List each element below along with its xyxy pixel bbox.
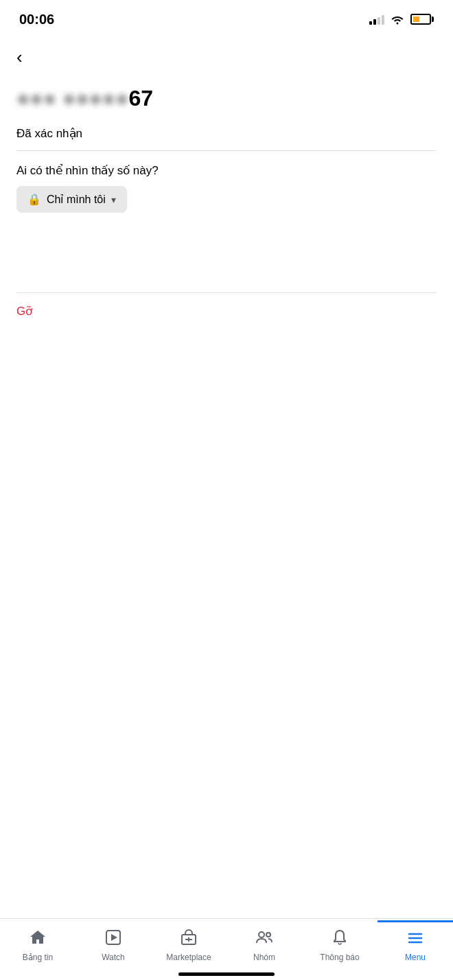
verified-status: Đã xác nhận — [0, 124, 453, 150]
signal-icon — [369, 14, 384, 25]
bottom-nav: Bảng tin Watch Marketplace — [0, 918, 453, 980]
home-indicator — [178, 972, 275, 976]
phone-clear: 67 — [129, 86, 154, 111]
nav-item-nhom[interactable]: Nhóm — [226, 928, 302, 962]
status-bar: 00:06 — [0, 0, 453, 36]
lock-icon: 🔒 — [27, 193, 41, 206]
menu-icon — [406, 928, 425, 950]
nav-label-thong-bao: Thông báo — [320, 953, 359, 962]
nav-item-marketplace[interactable]: Marketplace — [151, 928, 226, 962]
svg-marker-1 — [111, 934, 117, 941]
visibility-section: Ai có thể nhìn thấy số này? 🔒 Chỉ mình t… — [0, 151, 453, 225]
remove-section: Gỡ — [0, 280, 453, 342]
nav-item-bang-tin[interactable]: Bảng tin — [0, 928, 76, 962]
groups-icon — [255, 928, 274, 950]
svg-point-6 — [266, 933, 270, 937]
nav-label-watch: Watch — [102, 953, 125, 962]
nav-label-bang-tin: Bảng tin — [23, 953, 53, 962]
visibility-dropdown[interactable]: 🔒 Chỉ mình tôi ▾ — [16, 186, 127, 213]
watch-icon — [104, 928, 123, 950]
nav-label-menu: Menu — [405, 953, 426, 962]
visibility-question: Ai có thể nhìn thấy số này? — [16, 163, 437, 178]
wifi-icon — [390, 14, 405, 25]
battery-icon — [410, 14, 434, 25]
nav-item-watch[interactable]: Watch — [76, 928, 151, 962]
status-icons — [369, 14, 434, 25]
visibility-option-text: Chỉ mình tôi — [47, 193, 106, 206]
nav-label-nhom: Nhóm — [253, 953, 275, 962]
nav-item-thong-bao[interactable]: Thông báo — [302, 928, 378, 962]
nav-item-menu[interactable]: Menu — [378, 928, 453, 962]
nav-label-marketplace: Marketplace — [166, 953, 211, 962]
status-time: 00:06 — [19, 12, 54, 27]
back-button[interactable]: ‹ — [0, 36, 39, 79]
phone-blurred: ●●● ●●●●● — [16, 86, 129, 111]
remove-button[interactable]: Gỡ — [16, 293, 437, 329]
home-icon — [28, 928, 47, 950]
chevron-down-icon: ▾ — [111, 194, 116, 205]
bell-icon — [330, 928, 349, 950]
svg-point-5 — [259, 932, 264, 937]
phone-number-row: ●●● ●●●●● 67 — [0, 79, 453, 124]
shop-icon — [179, 928, 198, 950]
